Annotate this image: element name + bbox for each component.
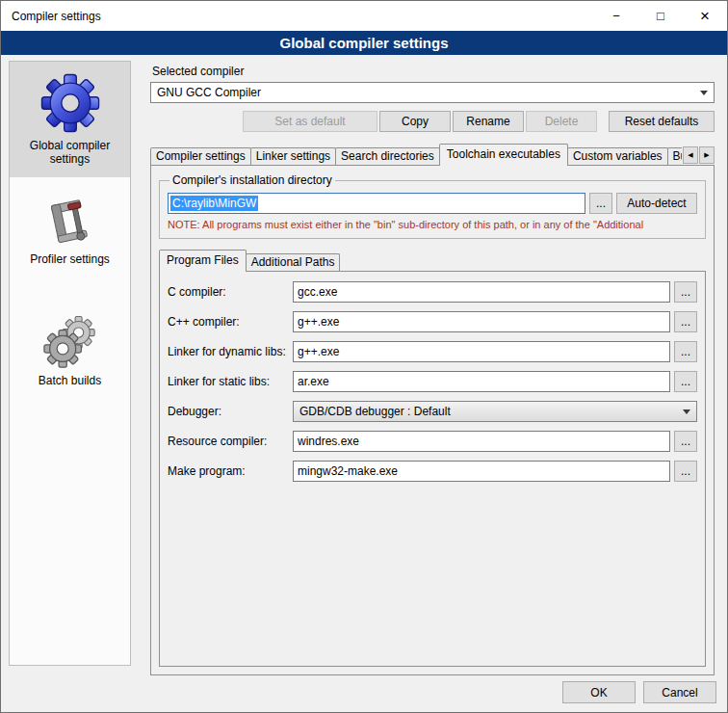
- make-program-browse-button[interactable]: ...: [674, 461, 697, 482]
- static-linker-label: Linker for static libs:: [168, 375, 293, 388]
- install-dir-group: Compiler's installation directory C:\ray…: [159, 173, 706, 239]
- close-button[interactable]: ×: [683, 1, 727, 31]
- clamp-tool-icon: [45, 197, 95, 247]
- resource-compiler-label: Resource compiler:: [168, 435, 293, 448]
- blue-gear-icon: [40, 73, 100, 133]
- auto-detect-button[interactable]: Auto-detect: [616, 193, 697, 214]
- maximize-button[interactable]: □: [638, 1, 683, 31]
- tab-scroll-right-icon[interactable]: ▶: [699, 146, 715, 164]
- tab-scroll-area: Compiler settings Linker settings Search…: [150, 144, 682, 166]
- static-linker-browse-button[interactable]: ...: [674, 371, 697, 392]
- program-files-panel: C compiler: ... C++ compiler: ... Linker…: [159, 271, 706, 667]
- sidebar-item-profiler-settings[interactable]: Profiler settings: [10, 185, 130, 277]
- resource-compiler-row: Resource compiler: ...: [168, 431, 697, 452]
- dynamic-linker-browse-button[interactable]: ...: [674, 341, 697, 362]
- gray-gears-icon: [43, 314, 97, 368]
- toolchain-executables-panel: Compiler's installation directory C:\ray…: [150, 165, 715, 675]
- ok-button[interactable]: OK: [562, 681, 636, 703]
- sidebar-item-label: Global compiler settings: [12, 139, 128, 166]
- set-as-default-button[interactable]: Set as default: [243, 111, 377, 132]
- dynamic-linker-input[interactable]: [293, 341, 670, 362]
- cpp-compiler-row: C++ compiler: ...: [168, 311, 697, 332]
- cpp-compiler-browse-button[interactable]: ...: [674, 311, 697, 332]
- debugger-select[interactable]: GDB/CDB debugger : Default: [293, 401, 697, 422]
- install-dir-group-title: Compiler's installation directory: [169, 173, 335, 187]
- resource-compiler-browse-button[interactable]: ...: [674, 431, 697, 452]
- c-compiler-input[interactable]: [293, 281, 670, 303]
- install-dir-browse-button[interactable]: ...: [589, 193, 612, 214]
- tab-custom-variables[interactable]: Custom variables: [567, 147, 668, 165]
- c-compiler-browse-button[interactable]: ...: [674, 281, 697, 303]
- install-dir-row: C:\raylib\MinGW ... Auto-detect: [168, 193, 697, 214]
- window-title: Compiler settings: [1, 10, 101, 23]
- tab-additional-paths[interactable]: Additional Paths: [246, 253, 341, 271]
- cancel-button[interactable]: Cancel: [643, 681, 716, 703]
- rename-button[interactable]: Rename: [453, 111, 524, 132]
- sidebar-item-global-compiler-settings[interactable]: Global compiler settings: [10, 62, 130, 177]
- static-linker-input[interactable]: [293, 371, 670, 392]
- program-files-tab-strip: Program Files Additional Paths: [159, 251, 706, 272]
- resource-compiler-input[interactable]: [293, 431, 670, 452]
- minimize-button[interactable]: −: [594, 1, 638, 31]
- c-compiler-row: C compiler: ...: [168, 281, 697, 303]
- tab-scroll-buttons: ◀ ▶: [682, 146, 715, 164]
- sidebar-item-label: Profiler settings: [12, 252, 128, 266]
- compiler-select-value: GNU GCC Compiler: [157, 86, 261, 99]
- cpp-compiler-label: C++ compiler:: [168, 315, 293, 329]
- static-linker-row: Linker for static libs: ...: [168, 371, 697, 392]
- titlebar: Compiler settings − □ ×: [1, 1, 727, 31]
- main-panel: Selected compiler GNU GCC Compiler Set a…: [150, 59, 715, 675]
- cpp-compiler-input[interactable]: [293, 311, 670, 332]
- chevron-down-icon: [683, 409, 690, 414]
- c-compiler-label: C compiler:: [168, 285, 293, 299]
- debugger-label: Debugger:: [168, 405, 293, 418]
- make-program-label: Make program:: [168, 464, 293, 478]
- make-program-input[interactable]: [293, 461, 670, 482]
- sidebar: Global compiler settings Profiler settin…: [9, 61, 131, 666]
- tab-toolchain-executables[interactable]: Toolchain executables: [439, 144, 568, 166]
- debugger-row: Debugger: GDB/CDB debugger : Default: [168, 401, 697, 422]
- compiler-select[interactable]: GNU GCC Compiler: [150, 82, 715, 103]
- tab-compiler-settings[interactable]: Compiler settings: [150, 147, 251, 165]
- sidebar-item-batch-builds[interactable]: Batch builds: [10, 303, 130, 399]
- reset-defaults-button[interactable]: Reset defaults: [609, 111, 715, 132]
- debugger-select-value: GDB/CDB debugger : Default: [299, 405, 451, 418]
- tab-linker-settings[interactable]: Linker settings: [250, 147, 336, 165]
- sidebar-item-label: Batch builds: [12, 374, 128, 387]
- dynamic-linker-label: Linker for dynamic libs:: [168, 345, 293, 358]
- tab-search-directories[interactable]: Search directories: [335, 147, 440, 165]
- dynamic-linker-row: Linker for dynamic libs: ...: [168, 341, 697, 362]
- install-dir-note: NOTE: All programs must exist either in …: [168, 219, 697, 230]
- tab-build-options[interactable]: Build: [667, 147, 682, 165]
- chevron-down-icon: [700, 91, 708, 95]
- tab-scroll-left-icon[interactable]: ◀: [683, 146, 698, 164]
- dialog-footer: OK Cancel: [562, 681, 716, 703]
- window-controls: − □ ×: [594, 1, 727, 31]
- make-program-row: Make program: ...: [168, 461, 697, 482]
- tab-strip: Compiler settings Linker settings Search…: [150, 144, 715, 166]
- selected-compiler-label: Selected compiler: [152, 65, 715, 78]
- delete-button[interactable]: Delete: [526, 111, 597, 132]
- compiler-actions: Set as default Copy Rename Delete Reset …: [150, 111, 715, 132]
- install-dir-input[interactable]: C:\raylib\MinGW: [168, 193, 585, 214]
- page-title: Global compiler settings: [1, 31, 727, 55]
- install-dir-selected-text: C:\raylib\MinGW: [170, 196, 258, 211]
- copy-button[interactable]: Copy: [379, 111, 451, 132]
- tab-program-files[interactable]: Program Files: [159, 250, 247, 272]
- compiler-settings-window: Compiler settings − □ × Global compiler …: [0, 0, 728, 713]
